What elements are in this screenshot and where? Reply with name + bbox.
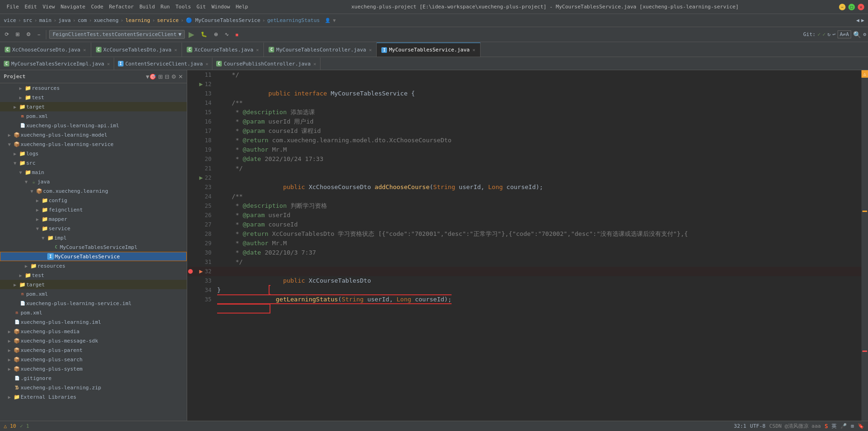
code-text-28[interactable]: * @return XcCourseTablesDto 学习资格状态 [{"co…	[215, 229, 688, 239]
breadcrumb-learning[interactable]: learning	[125, 17, 150, 23]
toolbar-minimize-button[interactable]: −	[35, 31, 43, 38]
sidebar-collapse-button[interactable]: ⊟	[165, 73, 169, 80]
tree-item-model[interactable]: ▶ 📦 xuecheng-plus-learning-model	[0, 130, 187, 139]
code-text-14[interactable]: /**	[215, 98, 243, 108]
code-text-32[interactable]: public XcCourseTablesDto getLearningStat…	[215, 267, 452, 276]
code-text-35[interactable]	[215, 295, 217, 304]
bookmark-icon[interactable]: 🔖	[858, 423, 864, 429]
git-undo-icon[interactable]: ↩	[832, 31, 836, 37]
status-lang[interactable]: 英	[832, 423, 837, 430]
code-text-11[interactable]: */	[215, 70, 239, 80]
tree-item-resources[interactable]: ▶ 📁 resources	[0, 83, 187, 93]
tab2-content-client[interactable]: I ContentServiceClient.java ✕	[114, 58, 213, 70]
tab2-impl[interactable]: C MyCourseTablesServiceImpl.java ✕	[0, 58, 114, 70]
toolbar-settings-button[interactable]: ⚙	[23, 30, 34, 38]
git-check2-icon[interactable]: ✓	[823, 31, 826, 37]
breadcrumb-service-class[interactable]: 🔵 MyCourseTablesService	[186, 17, 261, 23]
stop-button[interactable]: ■	[233, 31, 241, 38]
tab-xcCourseTables[interactable]: C XcCourseTables.java ✕	[182, 43, 264, 57]
menu-tools[interactable]: Tools	[173, 3, 194, 11]
sidebar-settings-button[interactable]: ⚙	[171, 73, 176, 80]
settings-gear-icon[interactable]: ⚙	[863, 31, 866, 37]
menu-view[interactable]: View	[40, 3, 58, 11]
code-text-29[interactable]: * @author Mr.M	[215, 239, 287, 248]
tree-item-java[interactable]: ▼ ☕ java	[0, 177, 187, 186]
tree-item-service-module[interactable]: ▼ 📦 xuecheng-plus-learning-service	[0, 139, 187, 149]
tab-xcCourseTablesDto[interactable]: C XcCourseTablesDto.java ✕	[91, 43, 182, 57]
tree-item-src[interactable]: ▼ 📁 src	[0, 158, 187, 168]
breadcrumb-vice[interactable]: vice	[4, 17, 16, 23]
tree-item-gitignore[interactable]: ▶ 📄 .gitignore	[0, 373, 187, 383]
tab-myCourseTablesService[interactable]: I MyCourseTablesService.java ✕	[377, 43, 480, 57]
sidebar-locate-button[interactable]: 🎯	[149, 73, 156, 80]
run-with-coverage-button[interactable]: ⊕	[211, 30, 221, 38]
menu-help[interactable]: Help	[233, 3, 251, 11]
code-text-22[interactable]: public XcChooseCourseDto addChooseCourse…	[215, 173, 543, 183]
tab-close-icon[interactable]: ✕	[83, 47, 86, 52]
tab-close-4-icon[interactable]: ✕	[369, 47, 372, 52]
sidebar-close-button[interactable]: ✕	[178, 73, 183, 80]
code-text-15[interactable]: * @description 添加选课	[215, 108, 315, 117]
code-text-23[interactable]	[215, 183, 217, 192]
tree-item-parent[interactable]: ▶ 📦 xuecheng-plus-parent	[0, 345, 187, 355]
sidebar-expand-button[interactable]: ⊞	[158, 73, 163, 80]
tree-item-media[interactable]: ▶ 📦 xuecheng-plus-media	[0, 327, 187, 336]
tree-item-learning-zip[interactable]: ▶ 🗜 xuecheng-plus-learning.zip	[0, 383, 187, 392]
code-editor[interactable]: 11 */ ▶ 12 public interface MyCourseTabl…	[187, 70, 868, 421]
tree-item-pom[interactable]: ▶ m pom.xml	[0, 111, 187, 121]
tree-item-main[interactable]: ▼ 📁 main	[0, 168, 187, 177]
tree-item-target[interactable]: ▶ 📁 target	[0, 102, 187, 111]
grid-icon[interactable]: ⊞	[851, 423, 854, 429]
menu-build[interactable]: Build	[137, 3, 158, 11]
code-text-16[interactable]: * @param userId 用户id	[215, 117, 314, 126]
code-text-27[interactable]: * @param courseId	[215, 220, 298, 229]
code-text-30[interactable]: * @date 2022/10/3 7:37	[215, 248, 316, 257]
language-switch[interactable]: A⇌A	[838, 30, 852, 38]
tree-item-logs[interactable]: ▶ 📁 logs	[0, 149, 187, 158]
sougou-icon[interactable]: S	[824, 423, 828, 430]
breadcrumb-xuecheng[interactable]: xuecheng	[94, 17, 118, 23]
forward-button[interactable]: ▶	[861, 17, 864, 23]
back-button[interactable]: ◀	[856, 17, 860, 23]
tab-myCourseTablesController[interactable]: C MyCourseTablesController.java ✕	[264, 43, 377, 57]
toolbar-layout-button[interactable]: ⊞	[13, 30, 22, 38]
run-button[interactable]: ▶	[186, 29, 197, 40]
code-text-12[interactable]: public interface MyCourseTablesService {	[215, 80, 415, 89]
tree-item-impl[interactable]: ▼ 📁 impl	[0, 233, 187, 242]
menu-navigate[interactable]: Navigate	[58, 3, 88, 11]
run-config-dropdown[interactable]: FeignClientTest.testContentServiceClient…	[49, 30, 185, 39]
menu-window[interactable]: Window	[209, 3, 233, 11]
tree-item-test[interactable]: ▶ 📁 test	[0, 93, 187, 102]
tree-item-api-iml[interactable]: ▶ 📄 xuecheng-plus-learning-api.iml	[0, 121, 187, 130]
breadcrumb-src[interactable]: src	[23, 17, 32, 23]
git-refresh-icon[interactable]: ↻	[827, 31, 831, 37]
tab2-close-1[interactable]: ✕	[107, 61, 110, 66]
breadcrumb-com[interactable]: com	[78, 17, 87, 23]
code-text-19[interactable]: * @author Mr.M	[215, 145, 287, 154]
code-text-20[interactable]: * @date 2022/10/24 17:33	[215, 154, 323, 164]
maximize-button[interactable]: □	[848, 4, 855, 10]
sidebar-dropdown-icon[interactable]: ▼	[146, 73, 149, 80]
tree-item-target2[interactable]: ▶ 📁 target	[0, 280, 187, 289]
status-encoding[interactable]: UTF-8	[750, 423, 766, 429]
code-text-24[interactable]: /**	[215, 192, 243, 201]
menu-run[interactable]: Run	[158, 3, 173, 11]
tree-item-MyService[interactable]: ▶ I MyCourseTablesService	[0, 252, 187, 261]
code-text-25[interactable]: * @description 判断学习资格	[215, 201, 327, 211]
tree-item-root-iml[interactable]: ▶ 📄 xuecheng-plus-learning.iml	[0, 317, 187, 327]
tree-item-pom-root[interactable]: ▶ m pom.xml	[0, 308, 187, 317]
tree-item-test2[interactable]: ▶ 📁 test	[0, 270, 187, 280]
tab-close-3-icon[interactable]: ✕	[256, 47, 259, 52]
tree-item-config[interactable]: ▶ 📁 config	[0, 196, 187, 205]
breadcrumb-service[interactable]: service	[157, 17, 179, 23]
tree-item-service-pkg[interactable]: ▼ 📁 service	[0, 224, 187, 233]
close-button[interactable]: ✕	[858, 4, 864, 10]
code-text-17[interactable]: * @param courseId 课程id	[215, 126, 321, 136]
tab2-close-3[interactable]: ✕	[314, 61, 316, 66]
tree-item-service-iml[interactable]: ▶ 📄 xuecheng-plus-learning-service.iml	[0, 299, 187, 308]
debug-button[interactable]: 🐛	[198, 30, 210, 38]
tree-item-message-sdk[interactable]: ▶ 📦 xuecheng-plus-message-sdk	[0, 336, 187, 345]
tree-item-search[interactable]: ▶ 📦 xuecheng-plus-search	[0, 355, 187, 364]
mic-icon[interactable]: 🎤	[840, 423, 847, 429]
menu-file[interactable]: File	[4, 3, 22, 11]
